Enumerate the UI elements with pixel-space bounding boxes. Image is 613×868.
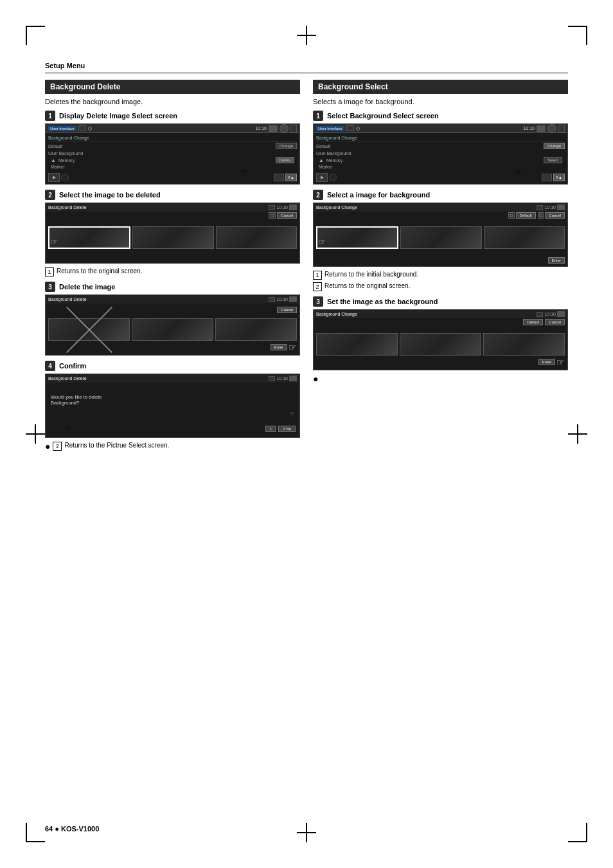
step4-label: 4 Confirm xyxy=(45,361,300,371)
step1-num: 1 xyxy=(45,111,55,121)
screen-step1: User Interface 10:10 Background Change xyxy=(45,123,300,185)
r-screen-topbar-1: User Interface 10:10 xyxy=(314,124,567,133)
bullet-note-left: ● 2 Returns to the Pictrue Select screen… xyxy=(45,442,300,453)
thumb-3c xyxy=(215,318,297,341)
r-thumb-2c xyxy=(484,226,565,249)
circle-icon-1 xyxy=(61,174,69,181)
enter-row-3: Enter ☞ xyxy=(271,342,297,352)
r-thumb-2b xyxy=(400,226,481,249)
time-4: 10:10 xyxy=(276,376,288,381)
r-bg-change-title-2: Background Change 10:10 xyxy=(314,203,567,212)
bullet-dot-right: ● xyxy=(313,374,318,383)
r-cancel-container-2: □ Cancel xyxy=(538,212,565,219)
small-icon-2a xyxy=(269,205,275,210)
r-thumb-area-3 xyxy=(314,331,567,357)
thumb-3b xyxy=(132,318,213,341)
r-step1-text: Select Background Select screen xyxy=(327,112,439,120)
marker-label-1: Marker xyxy=(48,164,297,170)
r-screen-step3: Background Change 10:10 Default Cancel xyxy=(313,309,568,370)
crosshair-bottom xyxy=(297,823,316,842)
cam-icon-2 xyxy=(289,204,297,210)
bg-select-header: Background Select xyxy=(313,80,568,94)
background-delete-section: Background Delete Deletes the background… xyxy=(45,80,300,453)
r-default-num-2: □ xyxy=(508,212,515,219)
thumb-3a-x xyxy=(48,318,130,341)
default-label: Default xyxy=(48,144,274,149)
step2-num: 2 xyxy=(45,190,55,200)
r-enter-btn-2: Enter xyxy=(548,257,565,264)
bg-delete-title-4: Background Delete 10:10 xyxy=(46,374,299,383)
r-circle-icon-1 xyxy=(329,174,337,181)
r-user-bg-label: User Background xyxy=(316,150,565,156)
enter-btn-3: Enter xyxy=(271,344,287,350)
r-step1-label: 1 Select Background Select screen xyxy=(313,111,568,121)
screen-bg-change-label: Background Change xyxy=(48,135,297,141)
r-cam-icon-2 xyxy=(557,204,565,210)
r-screen-cam-1 xyxy=(537,125,546,132)
bg-delete-title-text-4: Background Delete xyxy=(48,376,87,381)
x-mark-3 xyxy=(49,319,129,340)
r-cancel-btn-2: Cancel xyxy=(545,212,565,219)
hand-thumb-2: ☞ xyxy=(51,237,58,246)
r-screen-step1: User Interface 10:10 Background Change xyxy=(313,123,568,185)
cam-icon-3 xyxy=(289,296,297,302)
r-step3-label: 3 Set the image as the background xyxy=(313,296,568,307)
screen-menu-row-1: Default Change xyxy=(48,141,297,150)
bg-delete-title-2: Background Delete 10:10 xyxy=(46,203,299,212)
r-step2-text: Select a image for background xyxy=(327,191,430,199)
hand-confirm-4: ☞ xyxy=(65,423,73,433)
note-num-bottom-left: 2 xyxy=(53,442,62,451)
step3-num: 3 xyxy=(45,282,55,292)
screen-card-1 xyxy=(290,125,297,132)
r-enter-row-3: Enter ☞ xyxy=(538,357,565,367)
thumb-selected-2: ☞ xyxy=(48,226,130,249)
background-select-section: Background Select Selects a image for ba… xyxy=(313,80,568,453)
screen-content-1: Background Change Default Change User Ba… xyxy=(46,133,299,172)
num-icon-2: □ xyxy=(269,212,276,219)
r-small-icon-2a xyxy=(537,205,543,210)
step3-text: Delete the image xyxy=(59,283,115,291)
r-note-text-2a: Returns to the initial background. xyxy=(324,271,418,278)
r-bg-change-title-3: Background Change 10:10 xyxy=(314,310,567,318)
bullet-dot-left: ● xyxy=(45,442,50,451)
r-marker-label-1: Marker xyxy=(316,164,565,170)
r-screen-menu-row-1: Default Change xyxy=(316,141,565,150)
r-step2-label: 2 Select a image for background xyxy=(313,190,568,200)
r-time-3: 10:10 xyxy=(544,312,556,316)
r-step3-num: 3 xyxy=(313,296,323,307)
r-top-btns-2: □ Default □ Cancel xyxy=(508,212,565,219)
step3-label: 3 Delete the image xyxy=(45,282,300,292)
cancel-btn-3: Cancel xyxy=(277,304,297,313)
bg-delete-title-text-3: Background Delete xyxy=(48,297,87,302)
hand-4: ☞ xyxy=(290,411,294,417)
cancel-btn-2: □ Cancel xyxy=(269,212,297,219)
time-3: 10:10 xyxy=(276,297,288,302)
r-thumb-3c xyxy=(483,333,565,356)
r-thumb-3a xyxy=(316,333,398,356)
delete-btn-screen: Delete xyxy=(276,157,294,163)
user-bg-label: User Background xyxy=(48,150,297,156)
yes-no-row-4: ☞ 1 2 No xyxy=(51,411,294,417)
bg-delete-desc: Deletes the background image. xyxy=(45,98,300,105)
r-small-icon-3a xyxy=(537,312,543,317)
cam-icon-4 xyxy=(289,375,297,381)
user-bg-row-1: ▲ Memory Delete xyxy=(48,156,297,164)
r-cancel-btn-3: Cancel xyxy=(545,319,565,325)
r-hand-3: ☞ xyxy=(556,357,565,367)
r-bg-change-text-3: Background Change xyxy=(316,312,357,316)
cancel-text-3: Cancel xyxy=(277,307,297,313)
screen-topbar-1: User Interface 10:10 xyxy=(46,124,299,133)
change-btn: Change xyxy=(276,143,297,149)
r-hand-thumb-2: ☞ xyxy=(319,237,326,246)
screen-icon-1 xyxy=(78,125,86,131)
r-cancel-num-2: □ xyxy=(538,212,544,219)
step1-text: Display Delete Image Select screen xyxy=(59,112,177,120)
thumb-2c xyxy=(216,226,297,249)
page-footer: 64 ● KOS-V1000 xyxy=(45,825,99,833)
r-change-btn: Change xyxy=(544,143,565,149)
hand-3: ☞ xyxy=(289,342,297,352)
crosshair-left xyxy=(26,424,45,444)
r-note-2a: 1 Returns to the initial background. xyxy=(313,271,568,280)
step4-num: 4 xyxy=(45,361,55,371)
screen-title-ui: User Interface xyxy=(48,126,76,131)
